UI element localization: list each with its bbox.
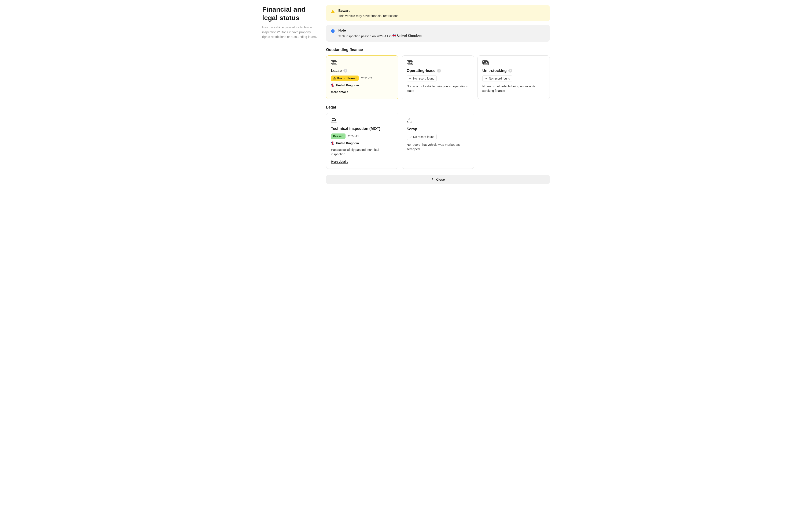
card-mot: Technical inspection (MOT) Passed 2024-1… [326, 113, 398, 169]
status-pill-passed: Passed [331, 134, 346, 139]
card-mot-country: United Kingdom [336, 142, 359, 145]
card-mot-title: Technical inspection (MOT) [331, 126, 380, 131]
section-title-finance: Outstanding finance [326, 48, 550, 52]
close-button[interactable]: Close [326, 175, 550, 184]
svg-point-9 [334, 79, 335, 79]
page-title: Financial and legal status [262, 5, 319, 22]
card-unit-stocking-desc: No record of vehicle being under unit-st… [482, 84, 545, 93]
card-operating-lease: Operating-lease ? No record found No rec… [402, 55, 474, 99]
card-scrap: Scrap No record found No record that veh… [402, 113, 474, 169]
svg-rect-3 [332, 31, 333, 32]
arrow-up-icon [431, 178, 434, 181]
help-icon[interactable]: ? [343, 69, 347, 73]
card-scrap-desc: No record that vehicle was marked as scr… [407, 142, 469, 152]
card-unit-stocking: Unit-stocking ? No record found No recor… [477, 55, 550, 99]
svg-rect-13 [483, 60, 487, 64]
status-pill-label: Record found [337, 77, 356, 80]
uk-flag-icon [331, 142, 334, 145]
status-pill-no-record: No record found [482, 76, 512, 81]
warning-triangle-icon [331, 9, 335, 13]
page-subtitle: Has the vehicle passed its technical ins… [262, 25, 319, 39]
car-lift-icon [331, 118, 394, 123]
card-operating-lease-desc: No record of vehicle being on an operati… [407, 84, 469, 93]
help-icon[interactable]: ? [437, 69, 441, 73]
card-lease-country-row: United Kingdom [331, 84, 394, 87]
uk-flag-icon [393, 34, 396, 37]
status-pill-label: Passed [333, 135, 343, 138]
uk-flag-icon [331, 84, 334, 87]
alert-note-message: Tech inspection passed on 2024-11 in Uni… [338, 34, 422, 38]
money-icon [331, 60, 394, 65]
money-icon [407, 60, 469, 65]
status-pill-no-record: No record found [407, 76, 437, 81]
svg-rect-1 [332, 12, 333, 13]
card-lease-date: 2021-02 [361, 77, 372, 80]
card-lease-country: United Kingdom [336, 84, 359, 87]
recycle-icon [407, 118, 469, 124]
money-icon [482, 60, 545, 65]
card-mot-country-row: United Kingdom [331, 142, 394, 145]
status-pill-no-record: No record found [407, 134, 437, 140]
alert-beware-message: This vehicle may have financial restrict… [338, 14, 399, 18]
alert-beware-title: Beware [338, 9, 399, 13]
card-mot-date: 2024-11 [348, 135, 359, 138]
svg-rect-0 [332, 11, 333, 12]
svg-rect-10 [407, 60, 412, 64]
alert-beware: Beware This vehicle may have financial r… [326, 5, 550, 21]
svg-rect-4 [332, 30, 333, 30]
alert-note: Note Tech inspection passed on 2024-11 i… [326, 25, 550, 42]
card-lease: Lease ? Record found 2021-02 United King… [326, 55, 398, 99]
info-icon [331, 29, 335, 33]
more-details-link[interactable]: More details [331, 160, 348, 164]
status-pill-label: No record found [413, 135, 434, 139]
close-button-label: Close [436, 178, 445, 181]
status-pill-label: No record found [413, 77, 434, 80]
card-scrap-title: Scrap [407, 127, 417, 131]
card-unit-stocking-title: Unit-stocking [482, 68, 506, 73]
card-lease-title: Lease [331, 68, 342, 73]
more-details-link[interactable]: More details [331, 90, 348, 94]
alert-note-country: United Kingdom [397, 34, 422, 37]
alert-note-prefix: Tech inspection passed on 2024-11 in [338, 34, 392, 38]
card-operating-lease-title: Operating-lease [407, 68, 435, 73]
svg-rect-5 [331, 60, 336, 64]
svg-point-16 [332, 120, 333, 121]
alert-note-title: Note [338, 29, 422, 32]
status-pill-label: No record found [489, 77, 510, 80]
svg-point-17 [335, 120, 336, 121]
section-title-legal: Legal [326, 105, 550, 110]
status-pill-record-found: Record found [331, 76, 359, 81]
help-icon[interactable]: ? [509, 69, 512, 73]
card-mot-desc: Has successfully passed technical inspec… [331, 147, 394, 157]
